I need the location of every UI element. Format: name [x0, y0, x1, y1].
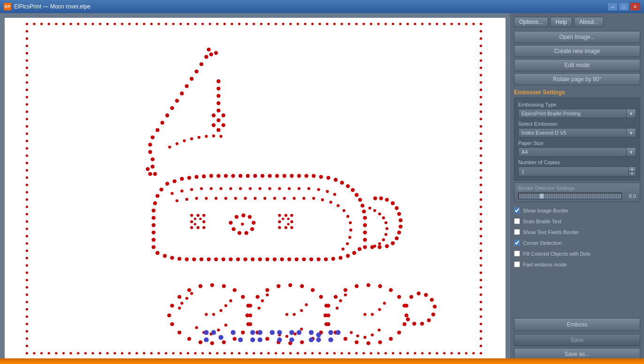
- scan-braille-text-checkbox[interactable]: [514, 218, 520, 224]
- svg-point-448: [249, 187, 252, 190]
- svg-rect-136: [26, 103, 28, 106]
- show-text-fields-border-label[interactable]: Show Text Fields Border: [523, 229, 579, 235]
- svg-rect-92: [238, 352, 240, 354]
- save-button[interactable]: Save: [514, 334, 640, 346]
- fill-colored-objects-checkbox[interactable]: [514, 250, 520, 257]
- show-image-border-checkbox[interactable]: [514, 207, 520, 213]
- embosser-select-row: Index Everest-D V5 ▼: [518, 128, 636, 137]
- svg-rect-55: [429, 23, 431, 25]
- fill-colored-objects-label[interactable]: Fill Colored Objects with Dots: [523, 251, 590, 257]
- maximize-button[interactable]: □: [619, 2, 629, 11]
- svg-point-531: [384, 221, 387, 224]
- svg-point-445: [220, 187, 222, 190]
- border-detector-slider[interactable]: [518, 193, 622, 199]
- paper-size-select[interactable]: A4: [518, 147, 627, 157]
- num-copies-down[interactable]: ▼: [629, 172, 636, 176]
- rotate-page-button[interactable]: Rotate page by 90°: [514, 73, 640, 85]
- svg-point-311: [222, 258, 225, 261]
- svg-point-254: [246, 174, 250, 178]
- svg-point-342: [241, 331, 245, 334]
- svg-point-226: [148, 143, 152, 146]
- svg-point-302: [155, 251, 159, 255]
- embosser-select[interactable]: Index Everest-D V5: [518, 128, 627, 137]
- svg-rect-144: [26, 162, 28, 164]
- svg-rect-94: [253, 352, 255, 354]
- edit-mode-button[interactable]: Edit mode: [514, 59, 640, 71]
- svg-point-383: [248, 322, 252, 326]
- svg-point-338: [241, 295, 245, 299]
- num-copies-input[interactable]: [518, 167, 629, 176]
- embossing-type-arrow[interactable]: ▼: [627, 109, 636, 118]
- show-image-border-label[interactable]: Show Image Border: [523, 208, 568, 213]
- svg-point-277: [363, 238, 367, 242]
- num-copies-up[interactable]: ▲: [629, 167, 636, 172]
- svg-point-285: [399, 225, 402, 228]
- svg-rect-42: [333, 23, 336, 25]
- svg-rect-171: [480, 38, 482, 40]
- minimize-button[interactable]: –: [607, 2, 618, 11]
- svg-point-236: [212, 123, 215, 127]
- svg-rect-206: [480, 294, 482, 296]
- paper-size-arrow[interactable]: ▼: [627, 147, 636, 157]
- svg-point-257: [268, 174, 272, 178]
- svg-point-430: [409, 295, 413, 299]
- svg-rect-210: [480, 323, 482, 325]
- svg-point-214: [204, 55, 208, 59]
- svg-rect-40: [319, 23, 321, 25]
- svg-rect-69: [69, 352, 72, 354]
- svg-rect-79: [143, 352, 145, 354]
- svg-point-461: [205, 197, 207, 200]
- svg-rect-12: [114, 23, 116, 25]
- svg-rect-152: [26, 220, 28, 223]
- svg-point-551: [297, 330, 301, 335]
- about-button[interactable]: About...: [574, 17, 604, 27]
- image-canvas[interactable]: [5, 18, 506, 359]
- embossing-type-select[interactable]: ElpicsPrint Braille Printing: [518, 109, 627, 118]
- svg-rect-159: [26, 272, 28, 274]
- svg-point-528: [373, 209, 376, 212]
- right-panel: Options... Help About... Open Image... C…: [510, 13, 644, 364]
- svg-point-535: [378, 242, 381, 245]
- emboss-button[interactable]: Emboss: [514, 318, 640, 331]
- corner-detection-label[interactable]: Corner Detection: [523, 240, 562, 246]
- svg-point-452: [288, 187, 291, 190]
- svg-rect-196: [480, 220, 482, 223]
- svg-rect-208: [480, 308, 482, 311]
- svg-rect-145: [26, 169, 28, 171]
- show-text-fields-border-checkbox[interactable]: [514, 229, 520, 235]
- close-button[interactable]: ✕: [630, 2, 640, 11]
- svg-point-401: [367, 283, 370, 287]
- svg-point-504: [278, 214, 281, 217]
- svg-point-387: [258, 307, 261, 310]
- svg-point-517: [183, 139, 186, 142]
- embosser-arrow[interactable]: ▼: [627, 128, 636, 137]
- create-new-image-button[interactable]: Create new image: [514, 45, 640, 57]
- svg-point-534: [382, 238, 385, 241]
- svg-point-418: [339, 299, 342, 302]
- border-detector-group: Border Detector Settings 8.0: [514, 182, 640, 202]
- svg-point-286: [399, 218, 402, 222]
- fast-emboss-mode-checkbox[interactable]: [514, 261, 520, 267]
- svg-point-547: [270, 330, 275, 335]
- svg-point-323: [309, 258, 313, 261]
- svg-rect-140: [26, 132, 28, 135]
- svg-point-428: [378, 328, 381, 331]
- window-title: ElPicsPrint — Moon rover.elpe: [14, 3, 605, 10]
- svg-point-348: [177, 331, 181, 334]
- svg-rect-60: [465, 23, 468, 25]
- corner-detection-checkbox[interactable]: [514, 240, 520, 246]
- svg-point-344: [222, 340, 226, 344]
- help-button[interactable]: Help: [550, 17, 572, 27]
- svg-rect-37: [297, 23, 299, 25]
- svg-point-322: [302, 258, 306, 261]
- scan-braille-text-label[interactable]: Scan Braille Text: [523, 219, 561, 224]
- svg-rect-205: [480, 286, 482, 288]
- svg-point-259: [283, 174, 286, 178]
- svg-rect-116: [414, 352, 416, 354]
- svg-point-274: [363, 216, 367, 220]
- fast-emboss-mode-label[interactable]: Fast emboss mode: [523, 262, 567, 267]
- svg-point-484: [235, 215, 238, 219]
- options-button[interactable]: Options...: [514, 17, 548, 27]
- open-image-button[interactable]: Open Image...: [514, 31, 640, 43]
- svg-rect-191: [480, 184, 482, 186]
